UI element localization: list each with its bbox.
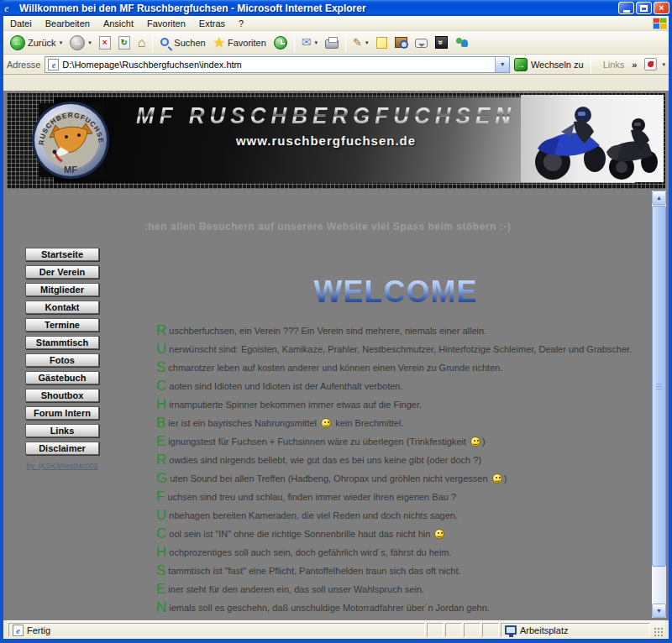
stop-button[interactable]: ×: [96, 33, 114, 53]
acrostic-line: Stammtisch ist "fast" eine Pflicht, Pant…: [156, 562, 645, 581]
smiley-icon: [492, 473, 502, 484]
banner-texts: MF RUSCHBERGFUCHSEN www.ruschbergfuchsen…: [133, 103, 519, 148]
discuss-button[interactable]: [412, 33, 431, 53]
go-button[interactable]: → Wechseln zu: [514, 58, 584, 71]
status-pane: [427, 623, 444, 637]
window-frame: DateiBearbeitenAnsichtFavoritenExtras? ←…: [3, 16, 669, 639]
scrollbar-thumb[interactable]: [652, 206, 666, 567]
links-chevrons-icon[interactable]: »: [632, 60, 637, 70]
edit-button[interactable]: ✎ ▾: [349, 33, 371, 53]
favorites-label: Favoriten: [228, 38, 266, 48]
sidebar-button-kontakt[interactable]: Kontakt: [25, 301, 99, 314]
scroll-up-button[interactable]: ▲: [652, 191, 666, 205]
address-bar: Adresse e ▼ → Wechseln zu Links » ▾: [3, 55, 669, 75]
resize-grip[interactable]: [652, 623, 664, 637]
windows-logo-icon: [653, 18, 667, 29]
search-icon: [160, 38, 169, 46]
site-banner: RUSCHBERGFUCHSEN MF MF RUSCHBERG: [7, 93, 665, 189]
forward-button[interactable]: → ▾: [66, 33, 95, 53]
acrostic-line: Caoten sind Idioten und Idioten ist der …: [156, 378, 645, 396]
chevrons-icon: »: [435, 36, 448, 49]
line-initial: S: [156, 359, 165, 375]
menu-item-ansicht[interactable]: Ansicht: [97, 17, 140, 30]
acrobat-icon[interactable]: [644, 58, 657, 71]
status-zone-pane: Arbeitsplatz: [501, 623, 650, 637]
status-pane: [445, 623, 462, 637]
acrostic-line: Unbehagen bereiten Kameraden, die viel R…: [156, 507, 645, 525]
home-icon: ⌂: [138, 36, 146, 49]
refresh-icon: ↻: [118, 36, 130, 50]
mail-button[interactable]: ✉ ▾: [298, 33, 321, 53]
print-button[interactable]: [322, 33, 342, 53]
line-initial: G: [156, 470, 167, 486]
menu-item-datei[interactable]: Datei: [3, 17, 39, 30]
links-label[interactable]: Links: [603, 60, 625, 70]
sidebar-button-forum-intern[interactable]: Forum Intern: [25, 406, 99, 420]
edit-dropdown-caret[interactable]: ▾: [365, 39, 369, 46]
status-pane: [464, 623, 480, 637]
home-button[interactable]: ⌂: [134, 33, 150, 53]
mail-icon: ✉: [302, 36, 312, 49]
print-icon: [325, 39, 339, 49]
notes-button[interactable]: [373, 33, 391, 53]
back-dropdown-caret[interactable]: ▾: [60, 39, 63, 46]
line-initial: C: [156, 525, 166, 541]
navigation-sidebar: StartseiteDer VereinMitgliederKontaktTer…: [25, 248, 99, 459]
acrostic-line: Niemals soll es geschehn, daß unschuldig…: [156, 599, 645, 618]
status-page-icon: e: [13, 625, 24, 636]
acrostic-line: Fuchsen sind treu und schlau, finden imm…: [156, 489, 645, 507]
menu-item-extras[interactable]: Extras: [192, 17, 232, 30]
sidebar-button-disclaimer[interactable]: Disclaimer: [25, 442, 99, 455]
history-button[interactable]: [270, 33, 291, 53]
forward-dropdown-caret[interactable]: ▾: [88, 39, 92, 46]
address-dropdown-button[interactable]: ▼: [495, 57, 509, 72]
svg-text:MF: MF: [64, 165, 77, 175]
acrostic-line: Rowdies sind nirgends beliebt, wie gut d…: [156, 452, 645, 470]
line-initial: S: [156, 562, 165, 578]
status-text: Fertig: [27, 625, 50, 635]
menu-item-favoriten[interactable]: Favoriten: [140, 17, 192, 30]
refresh-button[interactable]: ↻: [115, 33, 134, 53]
line-initial: R: [156, 322, 166, 338]
messenger-button[interactable]: [452, 33, 472, 53]
ie-logo-icon: e: [4, 3, 16, 14]
research-button[interactable]: [391, 33, 411, 53]
line-initial: F: [156, 489, 165, 504]
scroll-down-button[interactable]: ▼: [652, 604, 666, 618]
mail-dropdown-caret[interactable]: ▾: [315, 39, 318, 46]
maximize-button[interactable]: [636, 2, 652, 14]
acrostic-line: Cool sein ist "IN" ohne die richtige Son…: [156, 525, 645, 544]
links-dropdown-caret[interactable]: ▾: [662, 61, 665, 68]
menu-item-bearbeiten[interactable]: Bearbeiten: [39, 17, 97, 30]
minimize-button[interactable]: [618, 2, 634, 14]
sidebar-button-termine[interactable]: Termine: [25, 318, 99, 332]
line-initial: C: [156, 378, 166, 394]
title-bar: e Willkommen bei den MF Ruschbergfuchsen…: [0, 0, 672, 16]
sidebar-button-shoutbox[interactable]: Shoutbox: [25, 389, 99, 402]
sidebar-button-mitglieder[interactable]: Mitglieder: [25, 283, 99, 296]
favorites-button[interactable]: ★ Favoriten: [210, 33, 270, 53]
vertical-scrollbar[interactable]: ▲ ▼: [652, 191, 666, 618]
smiley-icon: [321, 418, 331, 428]
menu-item-hilfe[interactable]: ?: [232, 17, 250, 30]
banner-title: MF RUSCHBERGFUCHSEN: [133, 102, 519, 130]
banner-url: www.ruschbergfuchsen.de: [133, 133, 519, 148]
close-button[interactable]: ×: [654, 2, 669, 14]
address-input-wrap: e ▼: [45, 56, 510, 73]
sidebar-button-der-verein[interactable]: Der Verein: [25, 265, 99, 279]
toolbar-separator: [294, 34, 295, 52]
sidebar-button-stammtisch[interactable]: Stammtisch: [25, 336, 99, 349]
credit-link[interactable]: by_[KSK]WestMc002: [25, 462, 99, 470]
line-initial: N: [156, 599, 166, 615]
sidebar-button-g-stebuch[interactable]: Gästebuch: [25, 371, 99, 384]
sidebar-button-startseite[interactable]: Startseite: [25, 248, 99, 261]
address-input[interactable]: [62, 60, 495, 70]
back-button[interactable]: ← Zurück ▾: [7, 33, 66, 53]
sidebar-button-fotos[interactable]: Fotos: [25, 353, 99, 367]
forward-icon: →: [70, 35, 85, 50]
acrostic-line: Guten Sound bei allen Treffen (Hadbeng, …: [156, 470, 645, 489]
search-button[interactable]: Suchen: [156, 33, 208, 53]
addon-button[interactable]: »: [432, 33, 451, 53]
sidebar-button-links[interactable]: Links: [25, 424, 99, 437]
fox-logo-icon: RUSCHBERGFUCHSEN MF: [30, 100, 111, 180]
